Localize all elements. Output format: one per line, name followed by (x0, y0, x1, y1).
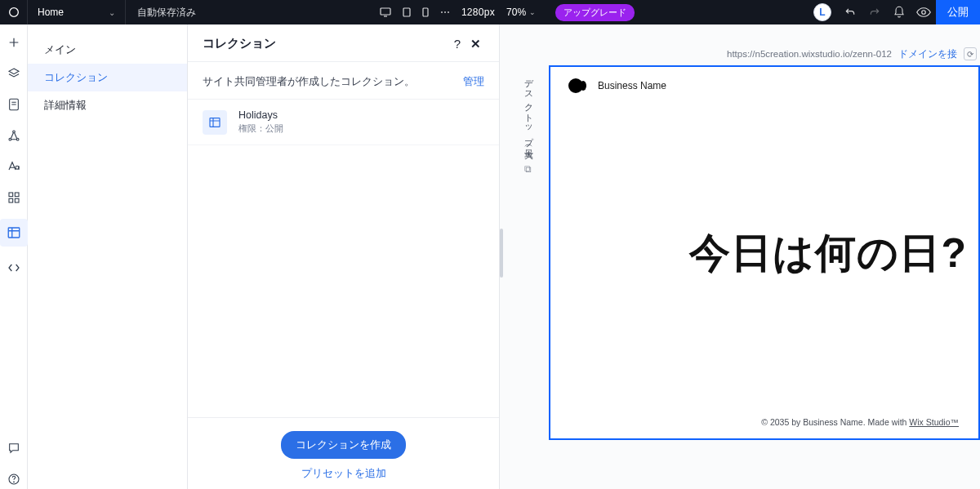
collections-panel: コレクション ? ✕ サイト共同管理者が作成したコレクション。 管理 Holid… (188, 24, 500, 489)
zoom-control[interactable]: 70% ⌄ (506, 7, 536, 18)
typography-icon[interactable] (4, 157, 24, 176)
zoom-value: 70% (506, 7, 526, 18)
help-icon[interactable] (4, 469, 24, 489)
comments-icon[interactable] (4, 438, 24, 458)
cms-icon[interactable] (0, 219, 28, 247)
svg-point-6 (9, 138, 11, 140)
site-header: Business Name (550, 67, 978, 104)
menu-item-details[interactable]: 詳細情報 (28, 91, 187, 119)
preview-url: https://n5creation.wixstudio.io/zenn-012 (727, 49, 892, 59)
redo-icon[interactable] (862, 0, 887, 24)
svg-rect-12 (9, 198, 13, 202)
breakpoint-copy-icon[interactable]: ⧉ (524, 163, 532, 175)
business-name: Business Name (598, 80, 666, 91)
collection-name: Holidays (238, 109, 283, 121)
svg-point-4 (922, 11, 926, 15)
code-icon[interactable] (4, 258, 24, 278)
table-icon (203, 110, 227, 135)
top-bar: Home ⌄ 自動保存済み ⋯ 1280px 70% ⌄ アップグレード L 公… (0, 0, 980, 24)
collections-title: コレクション (203, 36, 448, 51)
close-icon[interactable]: ✕ (466, 37, 484, 51)
url-bar: https://n5creation.wixstudio.io/zenn-012… (549, 47, 980, 60)
svg-point-8 (16, 138, 19, 140)
left-rail (0, 24, 28, 489)
bell-icon[interactable] (887, 0, 911, 24)
collections-subheader: サイト共同管理者が作成したコレクション。 管理 (188, 62, 499, 100)
site-footer: © 2035 by Business Name. Made with Wix S… (761, 417, 959, 427)
collection-item[interactable]: Holidays 権限：公開 (188, 100, 499, 145)
footer-text: © 2035 by Business Name. Made with (761, 417, 909, 427)
create-collection-button[interactable]: コレクションを作成 (281, 431, 406, 459)
layers-icon[interactable] (4, 64, 24, 83)
svg-rect-10 (9, 193, 13, 197)
svg-rect-1 (381, 8, 390, 15)
help-icon[interactable]: ? (448, 37, 466, 51)
footer-brand-link[interactable]: Wix Studio™ (909, 417, 959, 427)
mobile-icon[interactable] (422, 7, 429, 17)
publish-button[interactable]: 公開 (936, 0, 980, 24)
connections-icon[interactable] (4, 126, 24, 145)
collections-description: サイト共同管理者が作成したコレクション。 (203, 75, 463, 89)
apps-icon[interactable] (4, 188, 24, 207)
eye-icon[interactable] (911, 0, 936, 24)
svg-rect-11 (15, 193, 19, 197)
svg-rect-3 (423, 8, 428, 16)
menu-item-collections[interactable]: コレクション (28, 64, 187, 91)
upgrade-button[interactable]: アップグレード (555, 4, 635, 21)
manage-link[interactable]: 管理 (463, 75, 484, 89)
add-preset-link[interactable]: プリセットを追加 (301, 467, 386, 481)
topbar-right: L 公開 (807, 0, 980, 24)
preview-frame[interactable]: Business Name 今日は何の日? © 2035 by Business… (549, 65, 980, 440)
desktop-icon[interactable] (380, 7, 391, 17)
tablet-icon[interactable] (403, 7, 411, 17)
menu-item-main[interactable]: メイン (28, 36, 187, 64)
more-icon[interactable]: ⋯ (440, 7, 450, 18)
page-icon[interactable] (4, 95, 24, 114)
svg-point-9 (16, 166, 19, 169)
site-logo-icon (568, 78, 590, 93)
collection-permission: 権限：公開 (238, 123, 283, 135)
page-selector[interactable]: Home ⌄ (28, 0, 126, 24)
topbar-center: ⋯ 1280px 70% ⌄ アップグレード (207, 4, 807, 21)
undo-icon[interactable] (838, 0, 862, 24)
collections-header: コレクション ? ✕ (188, 24, 499, 62)
svg-point-7 (12, 131, 15, 133)
panel-scrollbar[interactable] (500, 229, 503, 278)
collections-list: Holidays 権限：公開 (188, 100, 499, 417)
svg-rect-2 (403, 8, 410, 16)
avatar[interactable]: L (813, 3, 831, 21)
svg-point-16 (13, 482, 14, 482)
device-icons: ⋯ (380, 7, 450, 18)
chevron-down-icon: ⌄ (109, 8, 115, 17)
breakpoint-width[interactable]: 1280px (461, 7, 495, 18)
app-logo[interactable] (0, 0, 28, 24)
page-name: Home (38, 7, 64, 18)
svg-rect-14 (8, 228, 20, 238)
breakpoint-vertical-label: デスクトップ（最大 (523, 73, 535, 144)
collections-footer: コレクションを作成 プリセットを追加 (188, 417, 499, 489)
collection-text: Holidays 権限：公開 (238, 109, 283, 135)
canvas-area: デスクトップ（最大 ⧉ https://n5creation.wixstudio… (500, 24, 980, 489)
chevron-down-icon: ⌄ (529, 8, 536, 16)
svg-rect-13 (15, 198, 19, 202)
svg-point-0 (9, 8, 18, 17)
add-icon[interactable] (4, 33, 24, 52)
autosave-status: 自動保存済み (126, 6, 207, 20)
connect-domain-link[interactable]: ドメインを接 (898, 48, 957, 60)
refresh-icon[interactable]: ⟳ (964, 47, 977, 60)
cms-menu: メイン コレクション 詳細情報 (28, 24, 188, 489)
svg-rect-17 (210, 118, 220, 127)
hero-heading: 今日は何の日? (689, 225, 967, 280)
